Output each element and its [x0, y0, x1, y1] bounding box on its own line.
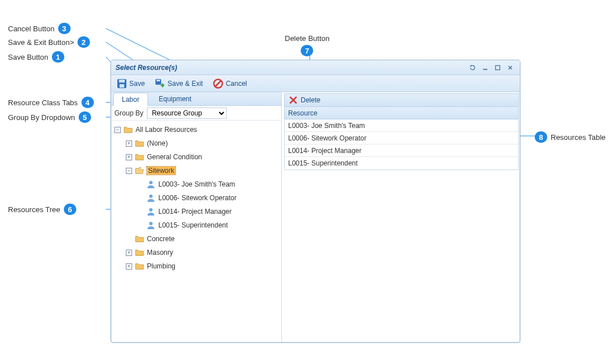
expand-icon[interactable]: + — [126, 250, 132, 256]
table-row[interactable]: L0003- Joe Smith's Team — [285, 119, 518, 132]
folder-icon — [134, 138, 145, 148]
expand-icon[interactable]: + — [126, 263, 132, 270]
close-icon[interactable] — [505, 63, 515, 72]
tree-label: (None) — [147, 139, 168, 147]
callout-bubble: 8 — [535, 131, 547, 143]
cancel-button[interactable]: Cancel — [211, 77, 249, 90]
callout-bubble: 4 — [81, 97, 94, 108]
folder-icon — [134, 247, 145, 258]
toolbar: Save Save & Exit Cancel — [111, 75, 520, 92]
save-button[interactable]: Save — [114, 77, 147, 90]
tree-item[interactable]: L0006- Sitework Operator — [112, 191, 280, 205]
callout-tabs: Resource Class Tabs 4 — [8, 97, 94, 108]
callout-label: Group By Dropdown — [8, 113, 75, 122]
callout-label: Delete Button — [285, 34, 330, 43]
dialog-window: Select Resource(s) Save Save & Exit Canc… — [110, 60, 520, 343]
table-row[interactable]: L0006- Sitework Operator — [285, 132, 518, 144]
resource-class-tabs: Labor Equipment — [111, 92, 281, 106]
folder-icon — [123, 125, 133, 135]
right-pane: Delete Resource L0003- Joe Smith's Team … — [282, 92, 520, 342]
cell: L0003- Joe Smith's Team — [288, 122, 365, 130]
tree-item[interactable]: L0014- Project Manager — [112, 205, 280, 218]
callout-delete: Delete Button 7 — [285, 34, 330, 56]
tree-label: Masonry — [147, 249, 173, 257]
tree-folder-masonry[interactable]: + Masonry — [112, 246, 280, 259]
maximize-icon[interactable] — [493, 63, 503, 72]
collapse-icon[interactable]: − — [126, 168, 132, 174]
main-split: Labor Equipment Group By Resource Group … — [111, 92, 520, 342]
tree-item[interactable]: L0003- Joe Smith's Team — [112, 177, 280, 191]
table-row[interactable]: L0015- Superintendent — [285, 157, 518, 169]
callout-groupby: Group By Dropdown 5 — [8, 111, 91, 123]
tree-label: General Condition — [147, 153, 202, 161]
groupby-dropdown[interactable]: Resource Group — [147, 107, 227, 119]
tree-folder-plumbing[interactable]: + Plumbing — [112, 259, 280, 273]
tree-label: L0014- Project Manager — [158, 208, 232, 216]
window-title: Select Resource(s) — [116, 64, 177, 72]
callout-table: Resources Table 8 — [532, 130, 607, 144]
delete-icon — [288, 95, 298, 105]
expand-icon[interactable]: + — [126, 154, 132, 160]
callout-label: Cancel Button — [8, 24, 55, 33]
tree-folder-general-condition[interactable]: + General Condition — [112, 150, 280, 164]
callout-label: Resource Class Tabs — [8, 98, 78, 107]
resources-tree: − All Labor Resources + (None) + General… — [111, 121, 281, 342]
cancel-icon — [213, 78, 223, 89]
tree-label: Sitework — [147, 167, 175, 175]
svg-rect-9 — [495, 65, 500, 70]
svg-rect-12 — [120, 84, 124, 88]
tree-folder-concrete[interactable]: Concrete — [112, 232, 280, 246]
svg-point-19 — [149, 208, 153, 212]
resources-table: L0003- Joe Smith's Team L0006- Sitework … — [284, 119, 519, 170]
refresh-icon[interactable] — [468, 63, 478, 72]
callout-label: Save Button — [8, 53, 48, 61]
callout-tree: Resources Tree 6 — [8, 204, 76, 215]
tree-item[interactable]: L0015- Superintendent — [112, 218, 280, 232]
titlebar: Select Resource(s) — [111, 60, 520, 75]
person-icon — [146, 193, 156, 203]
cell: L0006- Sitework Operator — [288, 134, 366, 142]
callout-label: Save & Exit Button> — [8, 38, 74, 47]
callout-bubble: 1 — [52, 51, 64, 63]
tree-folder-sitework[interactable]: − Sitework — [112, 164, 280, 177]
folder-icon — [134, 261, 145, 271]
table-row[interactable]: L0014- Project Manager — [285, 144, 518, 157]
cancel-label: Cancel — [225, 80, 247, 88]
svg-point-18 — [149, 195, 153, 198]
save-exit-button[interactable]: Save & Exit — [153, 77, 205, 90]
save-exit-label: Save & Exit — [167, 80, 203, 88]
folder-icon — [134, 234, 145, 244]
groupby-row: Group By Resource Group — [111, 106, 281, 121]
svg-rect-8 — [483, 69, 487, 70]
person-icon — [146, 220, 156, 230]
left-pane: Labor Equipment Group By Resource Group … — [111, 92, 282, 342]
tree-label: All Labor Resources — [136, 126, 197, 134]
folder-icon — [134, 152, 145, 162]
callout-save-exit: Save & Exit Button> 2 — [8, 36, 90, 48]
callout-label: Resources Table — [551, 133, 606, 142]
tree-folder-none[interactable]: + (None) — [112, 136, 280, 150]
tree-label: L0015- Superintendent — [158, 221, 228, 229]
cell: L0015- Superintendent — [288, 159, 358, 167]
callout-bubble: 2 — [77, 36, 90, 48]
callout-bubble: 5 — [79, 111, 91, 123]
collapse-icon[interactable]: − — [114, 127, 121, 133]
tab-equipment[interactable]: Equipment — [150, 92, 200, 105]
table-header: Resource — [284, 107, 519, 119]
callout-cancel: Cancel Button 3 — [8, 23, 71, 34]
expand-icon[interactable]: + — [126, 140, 132, 147]
delete-button[interactable]: Delete — [301, 96, 321, 104]
person-icon — [146, 179, 156, 189]
tree-root[interactable]: − All Labor Resources — [112, 123, 280, 136]
save-label: Save — [129, 80, 145, 88]
tab-label: Labor — [122, 96, 140, 104]
minimize-icon[interactable] — [480, 63, 490, 72]
delete-bar: Delete — [284, 93, 519, 107]
tab-label: Equipment — [159, 95, 191, 103]
callout-bubble: 7 — [301, 45, 313, 56]
callout-label: Resources Tree — [8, 205, 60, 214]
callout-bubble: 6 — [64, 204, 76, 215]
folder-open-icon — [134, 166, 145, 176]
tab-labor[interactable]: Labor — [113, 93, 148, 106]
tree-label: Concrete — [147, 235, 175, 243]
